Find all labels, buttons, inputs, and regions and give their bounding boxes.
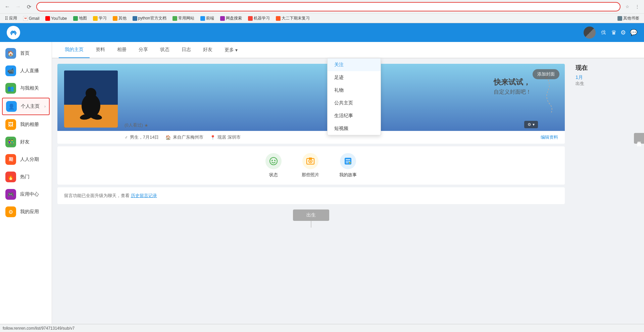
sidebar-item-profile[interactable]: 👤 个人主页 › (2, 98, 50, 115)
profile-nav: 我的主页 资料 相册 分享 状态 日志 好友 更多 ▾ (52, 42, 644, 58)
status-bar: follow.renren.com/list/974713149/sub/v7 (0, 324, 644, 325)
current-location-icon: 📍 (210, 135, 215, 140)
sidebar-label-friends: 好友 (20, 139, 30, 145)
timeline-marker: 出生 (57, 209, 565, 221)
profile-nav-info[interactable]: 资料 (90, 42, 111, 58)
right-panel-title: 现在 (576, 64, 639, 72)
svg-point-12 (310, 160, 311, 162)
related-icon: 👥 (5, 83, 16, 94)
dropdown-footprint[interactable]: 足迹 (328, 71, 381, 84)
bookmark-common[interactable]: 常用网站 (170, 15, 196, 22)
add-cover-button[interactable]: 添加封面 (533, 69, 559, 79)
time-machine-button[interactable]: 开启人人时光机 (634, 133, 644, 144)
bookmark-disk[interactable]: 网盘搜索 (218, 15, 244, 22)
sidebar-item-home[interactable]: 🏠 首页 (0, 45, 52, 62)
star-icon: ★ (144, 123, 148, 128)
bookmark-maps[interactable]: 地图 (71, 15, 89, 22)
sidebar-item-related[interactable]: 👥 与我相关 (0, 80, 52, 97)
album-icon: 🖼 (5, 119, 16, 130)
bookmark-study[interactable]: 学习 (91, 15, 109, 22)
history-message-link[interactable]: 历史留言记录 (131, 193, 157, 198)
profile-nav-album[interactable]: 相册 (111, 42, 133, 58)
main-layout: 🏠 首页 📹 人人直播 👥 与我相关 👤 个人主页 › 🖼 我的相册 👫 好友 … (0, 42, 644, 325)
story-label: 我的故事 (339, 172, 357, 178)
profile-location: 📍 现居 深圳市 (210, 134, 241, 140)
bookmark-review[interactable]: 大二下期末复习 (274, 15, 312, 22)
live-icon: 📹 (5, 65, 16, 76)
sidebar-label-related: 与我相关 (20, 85, 39, 91)
quick-action-status[interactable]: 状态 (265, 153, 282, 178)
dropdown-life[interactable]: 生活纪事 (328, 109, 381, 122)
svg-point-9 (274, 160, 276, 161)
profile-arrow-icon: › (44, 104, 46, 109)
bookmark-youtube[interactable]: YouTube (43, 15, 69, 21)
svg-point-8 (271, 160, 273, 161)
friends-icon: 👫 (5, 137, 16, 147)
sidebar-item-finance[interactable]: 期 人人分期 (0, 151, 52, 168)
profile-nav-share[interactable]: 分享 (133, 42, 154, 58)
status-label: 状态 (269, 172, 278, 178)
sidebar: 🏠 首页 📹 人人直播 👥 与我相关 👤 个人主页 › 🖼 我的相册 👫 好友 … (0, 42, 52, 325)
refresh-button[interactable]: ⟳ (24, 2, 34, 11)
bookmark-ml[interactable]: 机器学习 (246, 15, 272, 22)
sidebar-label-myapps: 我的应用 (20, 209, 39, 215)
profile-info-bar: ♂ 男生，7月14日 🏠 来自广东梅州市 📍 现居 深圳市 编辑资料 (57, 131, 565, 144)
bookmark-apps[interactable]: ⠿ 应用 (3, 15, 19, 22)
profile-nav-diary[interactable]: 日志 (176, 42, 197, 58)
chevron-down-icon: ▾ (235, 47, 238, 53)
sidebar-item-friends[interactable]: 👫 好友 (0, 133, 52, 151)
back-button[interactable]: ← (3, 2, 12, 11)
profile-nav-status[interactable]: 状态 (154, 42, 176, 58)
forward-button[interactable]: → (13, 2, 23, 11)
star-icon[interactable]: ☆ (623, 3, 631, 11)
bookmark-other2[interactable]: 其他书签 (615, 15, 641, 22)
gear-icon: ⚙ (528, 122, 531, 127)
sidebar-item-apps[interactable]: 🎮 应用中心 (0, 186, 52, 203)
quick-actions: 状态 那些照片 (57, 146, 565, 185)
profile-nav-home[interactable]: 我的主页 (59, 42, 90, 58)
browser-icons: ☆ ⋮ (623, 3, 641, 11)
sidebar-label-apps: 应用中心 (20, 191, 39, 197)
bookmark-other[interactable]: 其他 (111, 15, 129, 22)
profile-nav-more[interactable]: 更多 ▾ (218, 42, 244, 58)
app-header: 伐 ♛ ⚙ 💬 (0, 23, 644, 42)
right-panel-month[interactable]: 1月 (576, 75, 639, 81)
bookmark-frontend[interactable]: 前端 (198, 15, 216, 22)
photo-label: 那些照片 (302, 172, 319, 178)
crown-button[interactable]: ♛ (611, 29, 616, 36)
sidebar-item-album[interactable]: 🖼 我的相册 (0, 116, 52, 133)
sidebar-item-live[interactable]: 📹 人人直播 (0, 62, 52, 80)
bookmarks-bar: ⠿ 应用 M Gmail YouTube 地图 学习 其他 python官方文档 (0, 13, 644, 23)
quick-action-photo[interactable]: 那些照片 (302, 153, 319, 178)
dropdown-arrow-icon: ▾ (533, 122, 535, 127)
dropdown-video[interactable]: 短视频 (328, 122, 381, 135)
profile-nav-wrapper: 我的主页 资料 相册 分享 状态 日志 好友 更多 ▾ 关注 足迹 礼物 公共主… (52, 42, 644, 58)
message-box: 留言功能已全面升级为聊天，查看 历史留言记录 (57, 187, 565, 204)
quick-action-story[interactable]: 我的故事 (339, 153, 357, 178)
photo-icon (302, 153, 318, 169)
profile-nav-friends[interactable]: 好友 (197, 42, 218, 58)
header-avatar[interactable] (584, 27, 596, 39)
cover-text: 快来试试， 自定义封面吧！ (494, 77, 531, 96)
profile-avatar[interactable] (64, 70, 118, 128)
profile-gender: ♂ 男生，7月14日 (125, 134, 159, 140)
dropdown-follow[interactable]: 关注 (328, 58, 381, 71)
edit-profile-button[interactable]: 编辑资料 (541, 134, 558, 140)
chat-button[interactable]: 💬 (630, 29, 637, 36)
born-button[interactable]: 出生 (293, 209, 329, 221)
bookmark-gmail[interactable]: M Gmail (21, 15, 41, 21)
header-right: 伐 ♛ ⚙ 💬 (584, 27, 637, 39)
dropdown-gift[interactable]: 礼物 (328, 84, 381, 97)
sidebar-item-myapps[interactable]: ⚙ 我的应用 (0, 203, 52, 221)
sidebar-item-hot[interactable]: 🔥 热门 (0, 168, 52, 186)
url-bar[interactable]: renren.com/974713149/profile (36, 2, 621, 11)
menu-icon[interactable]: ⋮ (633, 3, 641, 11)
profile-avatar-wrapper (64, 70, 118, 128)
bookmark-python[interactable]: python官方文档 (131, 15, 168, 22)
dropdown-public[interactable]: 公共主页 (328, 97, 381, 109)
settings-button[interactable]: ⚙ (621, 29, 626, 36)
sidebar-label-profile: 个人主页 (21, 103, 40, 109)
profile-icon: 👤 (6, 101, 17, 112)
finance-icon: 期 (5, 154, 16, 165)
cover-settings-button[interactable]: ⚙ ▾ (524, 121, 538, 128)
